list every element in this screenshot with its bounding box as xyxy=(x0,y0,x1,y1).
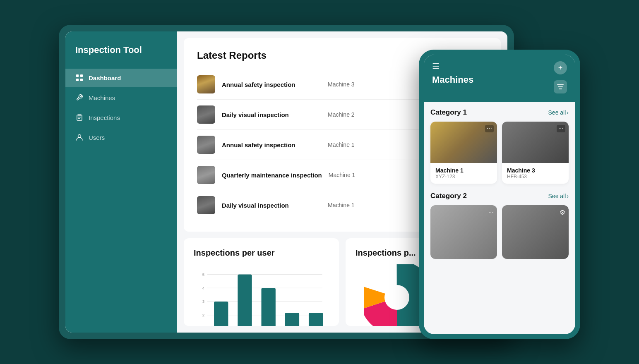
svg-rect-4 xyxy=(77,115,82,120)
report-name: Quarterly maintenance inspection xyxy=(222,172,322,179)
grid-icon xyxy=(75,74,84,82)
svg-rect-0 xyxy=(76,74,79,77)
chevron-right-icon: › xyxy=(567,193,569,199)
app-container: Inspection Tool Dashboard xyxy=(59,25,580,339)
svg-text:5: 5 xyxy=(202,272,205,277)
machine-id-3: HFB-453 xyxy=(507,174,564,180)
category2-machine-cards: ··· ⚙ xyxy=(430,205,569,259)
machine-name-1: Machine 1 xyxy=(435,167,492,174)
report-machine: Machine 2 xyxy=(328,111,369,118)
report-thumbnail xyxy=(197,105,215,124)
svg-rect-1 xyxy=(80,74,83,77)
thumb-image xyxy=(197,75,215,93)
report-machine: Machine 1 xyxy=(329,172,370,178)
machine-card-image-1: ··· xyxy=(430,122,497,163)
report-thumbnail xyxy=(197,75,215,93)
machine-card-body-1: Machine 1 XYZ-123 xyxy=(430,163,497,184)
category2-see-all[interactable]: See all › xyxy=(548,193,569,199)
phone-header-actions: + xyxy=(554,61,567,93)
machine-name-3: Machine 3 xyxy=(507,167,564,174)
app-title: Inspection Tool xyxy=(75,45,142,55)
category1-machine-cards: ··· Machine 1 XYZ-123 ··· Machine 3 xyxy=(430,122,569,184)
report-name: Daily visual inspection xyxy=(222,202,321,209)
sidebar-item-machines[interactable]: Machines xyxy=(65,89,177,107)
sidebar: Inspection Tool Dashboard xyxy=(65,31,177,333)
category1-header: Category 1 See all › xyxy=(430,108,569,117)
machine-card-1[interactable]: ··· Machine 1 XYZ-123 xyxy=(430,122,497,184)
svg-rect-26 xyxy=(559,89,562,89)
sidebar-item-dashboard-label: Dashboard xyxy=(89,74,121,81)
thumb-image xyxy=(197,105,215,124)
sidebar-item-inspections[interactable]: Inspections xyxy=(65,108,177,127)
svg-rect-17 xyxy=(262,288,276,326)
thumb-image xyxy=(197,166,215,184)
sidebar-nav: Dashboard Machines xyxy=(65,69,177,146)
svg-text:3: 3 xyxy=(202,299,205,304)
report-machine: Machine 3 xyxy=(328,81,369,88)
machine-options-icon[interactable]: ··· xyxy=(485,125,494,132)
sidebar-item-users-label: Users xyxy=(89,134,105,141)
report-machine: Machine 1 xyxy=(328,202,369,208)
chart-title-users: Inspections per user xyxy=(194,248,329,258)
clipboard-icon xyxy=(75,113,84,122)
svg-point-23 xyxy=(385,286,408,309)
category2-card-1[interactable]: ··· xyxy=(430,205,497,259)
sidebar-item-dashboard[interactable]: Dashboard xyxy=(65,69,177,87)
phone-body: Category 1 See all › ··· Machine 1 XYZ-1… xyxy=(424,102,575,334)
svg-rect-18 xyxy=(285,313,299,326)
report-name: Annual safety inspection xyxy=(222,81,321,88)
svg-rect-16 xyxy=(238,275,252,326)
machine-options-icon[interactable]: ··· xyxy=(557,125,565,132)
category2-title: Category 2 xyxy=(430,192,467,200)
svg-rect-25 xyxy=(558,86,563,87)
machine-options-icon[interactable]: ··· xyxy=(488,208,494,216)
report-name: Daily visual inspection xyxy=(222,111,321,118)
category1-see-all[interactable]: See all › xyxy=(548,109,569,116)
svg-text:4: 4 xyxy=(202,286,205,290)
thumb-image xyxy=(197,196,215,214)
thumb-image xyxy=(197,136,215,154)
sidebar-item-machines-label: Machines xyxy=(89,94,115,101)
wrench-icon xyxy=(75,93,84,102)
sidebar-item-inspections-label: Inspections xyxy=(89,114,120,121)
svg-text:2: 2 xyxy=(202,313,204,317)
category2-card-2[interactable]: ⚙ xyxy=(502,205,569,259)
report-thumbnail xyxy=(197,136,215,154)
report-thumbnail xyxy=(197,196,215,214)
phone-title: Machines xyxy=(432,74,473,85)
bar-chart: 5 4 3 2 xyxy=(194,264,329,326)
svg-rect-3 xyxy=(80,79,83,81)
phone-header: ☰ Machines + xyxy=(424,55,575,102)
svg-rect-19 xyxy=(309,313,323,326)
machine-card-3[interactable]: ··· Machine 3 HFB-453 xyxy=(502,122,569,184)
machine-card-image-3: ··· xyxy=(502,122,569,163)
report-machine: Machine 1 xyxy=(328,141,369,148)
category2-header: Category 2 See all › xyxy=(430,192,569,200)
chart-panel-users: Inspections per user 5 xyxy=(184,238,339,326)
add-machine-button[interactable]: + xyxy=(554,61,567,74)
phone-screen: ☰ Machines + xyxy=(424,55,575,334)
user-icon xyxy=(75,133,84,141)
report-name: Annual safety inspection xyxy=(222,141,321,148)
filter-button[interactable] xyxy=(554,80,567,93)
sidebar-logo: Inspection Tool xyxy=(65,45,177,69)
machine-id-1: XYZ-123 xyxy=(435,174,492,180)
sidebar-item-users[interactable]: Users xyxy=(65,128,177,146)
hamburger-icon[interactable]: ☰ xyxy=(432,62,440,71)
category1-title: Category 1 xyxy=(430,108,467,117)
chevron-right-icon: › xyxy=(567,109,569,116)
svg-rect-24 xyxy=(557,84,564,85)
report-thumbnail xyxy=(197,166,215,184)
svg-rect-15 xyxy=(214,302,228,326)
svg-rect-2 xyxy=(76,79,79,81)
phone-device: ☰ Machines + xyxy=(419,50,580,339)
machine-options-icon[interactable]: ⚙ xyxy=(560,208,565,216)
machine-card-body-3: Machine 3 HFB-453 xyxy=(502,163,569,184)
